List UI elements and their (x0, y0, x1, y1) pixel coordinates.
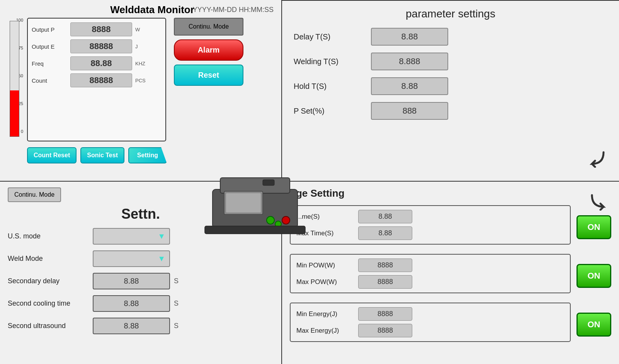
svg-rect-8 (263, 180, 274, 185)
output-e-unit: J (135, 44, 151, 49)
count-unit: PCS (135, 78, 151, 83)
secondary-delay-value[interactable]: 8.88 (93, 273, 170, 289)
us-mode-arrow: ▼ (158, 232, 165, 241)
count-value: 88888 (70, 73, 132, 87)
count-reset-button[interactable]: Count Reset (27, 147, 77, 163)
output-p-value: 8888 (70, 22, 132, 36)
hold-t-row: Hold T(S) 8.88 (294, 77, 607, 95)
power-range-group: Min POW(W) 8888 Max POW(W) 8888 (290, 254, 571, 293)
weld-mode-arrow: ▼ (158, 254, 165, 263)
delay-t-value: 8.88 (371, 28, 448, 46)
range-settings-title: nge Setting (290, 187, 611, 199)
min-energy-row: Min Energy(J) 8888 (296, 307, 564, 321)
data-fields-box: Output P 8888 W Output E 88888 J Freq 88… (27, 18, 166, 141)
welding-t-row: Welding T(S) 8.888 (294, 53, 607, 70)
energy-on-button[interactable]: ON (576, 313, 611, 337)
max-pow-value: 8888 (358, 275, 412, 289)
max-energy-row: Max Energy(J) 8888 (296, 324, 564, 337)
second-cooling-value[interactable]: 8.88 (93, 295, 170, 312)
continu-mode-button[interactable]: Continu. Mode (174, 18, 243, 36)
gauge-container: 100 75 50 25 0 (4, 18, 23, 141)
p-set-label: P Set(%) (294, 107, 371, 116)
bottom-buttons: Count Reset Sonic Test Setting (27, 147, 277, 163)
delay-t-label: Delay T(S) (294, 32, 371, 41)
output-e-value: 88888 (70, 39, 132, 53)
sonic-test-button[interactable]: Sonic Test (80, 147, 124, 163)
max-pow-row: Max POW(W) 8888 (296, 275, 564, 289)
second-ultrasound-row: Second ultrasound 8.88 S (8, 318, 274, 334)
back-arrow-top[interactable] (584, 145, 607, 169)
max-pow-label: Max POW(W) (296, 278, 358, 286)
second-cooling-label: Second cooling time (8, 299, 93, 308)
freq-value: 88.88 (70, 56, 132, 70)
svg-point-4 (267, 216, 274, 224)
max-energy-label: Max Energy(J) (296, 327, 358, 335)
secondary-delay-unit: S (174, 277, 179, 285)
us-mode-dropdown[interactable]: ▼ (93, 228, 170, 245)
left-panel: Welddata Monitor YYYY-MM-DD HH:MM:SS 100… (0, 0, 282, 181)
weld-mode-row: Weld Mode ▼ (8, 250, 274, 267)
right-controls: Continu. Mode Alarm Reset (174, 18, 243, 141)
output-e-row: Output E 88888 J (32, 39, 162, 53)
second-ultrasound-unit: S (174, 322, 179, 330)
weld-mode-label: Weld Mode (8, 255, 93, 263)
min-energy-label: Min Energy(J) (296, 310, 358, 318)
min-pow-label: Min POW(W) (296, 262, 358, 269)
output-p-label: Output P (32, 26, 70, 33)
power-on-button[interactable]: ON (576, 264, 611, 288)
svg-rect-3 (226, 193, 261, 213)
secondary-delay-row: Secondary delay 8.88 S (8, 273, 274, 289)
second-cooling-row: Second cooling time 8.88 S (8, 295, 274, 312)
parameter-settings-panel: parameter settings Delay T(S) 8.88 Weldi… (282, 0, 619, 181)
welding-t-label: Welding T(S) (294, 57, 371, 66)
max-energy-value: 8888 (358, 324, 412, 337)
freq-row: Freq 88.88 KHZ (32, 56, 162, 70)
time-on-button[interactable]: ON (576, 215, 611, 239)
min-time-value: 8.88 (358, 210, 412, 223)
hold-t-label: Hold T(S) (294, 82, 371, 91)
output-p-row: Output P 8888 W (32, 22, 162, 36)
us-mode-label: U.S. mode (8, 232, 93, 240)
alarm-button[interactable]: Alarm (174, 39, 243, 61)
energy-range-group: Min Energy(J) 8888 Max Energy(J) 8888 (290, 303, 571, 342)
time-range-group: ...me(S) 8.88 Max Time(S) 8.88 (290, 205, 571, 245)
reset-button[interactable]: Reset (174, 65, 243, 86)
secondary-delay-label: Secondary delay (8, 277, 93, 285)
min-pow-value: 8888 (358, 259, 412, 272)
second-ultrasound-label: Second ultrasound (8, 322, 93, 330)
max-time-row: Max Time(S) 8.88 (296, 226, 564, 240)
freq-unit: KHZ (135, 61, 151, 66)
weld-mode-dropdown[interactable]: ▼ (93, 250, 170, 267)
second-cooling-unit: S (174, 299, 179, 308)
datetime-display: YYYY-MM-DD HH:MM:SS (193, 6, 274, 14)
min-energy-value: 8888 (358, 307, 412, 321)
svg-rect-1 (220, 178, 290, 193)
freq-label: Freq (32, 60, 70, 67)
min-time-row: ...me(S) 8.88 (296, 210, 564, 223)
hold-t-value: 8.88 (371, 77, 448, 95)
p-set-value: 888 (371, 102, 448, 120)
continu-mode-bottom-button[interactable]: Continu. Mode (8, 187, 61, 202)
welding-t-value: 8.888 (371, 53, 448, 70)
param-settings-title: parameter settings (294, 8, 607, 20)
range-settings-panel: nge Setting ...me(S) 8.88 Max Time(S) 8.… (282, 182, 619, 364)
max-time-value: 8.88 (358, 226, 412, 240)
svg-rect-7 (205, 226, 305, 234)
min-pow-row: Min POW(W) 8888 (296, 259, 564, 272)
back-arrow-bottom[interactable] (588, 187, 611, 215)
p-set-row: P Set(%) 888 (294, 102, 607, 120)
second-ultrasound-value[interactable]: 8.88 (93, 318, 170, 334)
output-e-label: Output E (32, 43, 70, 50)
output-p-unit: W (135, 27, 151, 32)
delay-t-row: Delay T(S) 8.88 (294, 28, 607, 46)
count-label: Count (32, 77, 70, 84)
machine-image (201, 166, 309, 243)
svg-point-5 (282, 216, 290, 224)
setting-button[interactable]: Setting (128, 147, 167, 163)
count-row: Count 88888 PCS (32, 73, 162, 87)
